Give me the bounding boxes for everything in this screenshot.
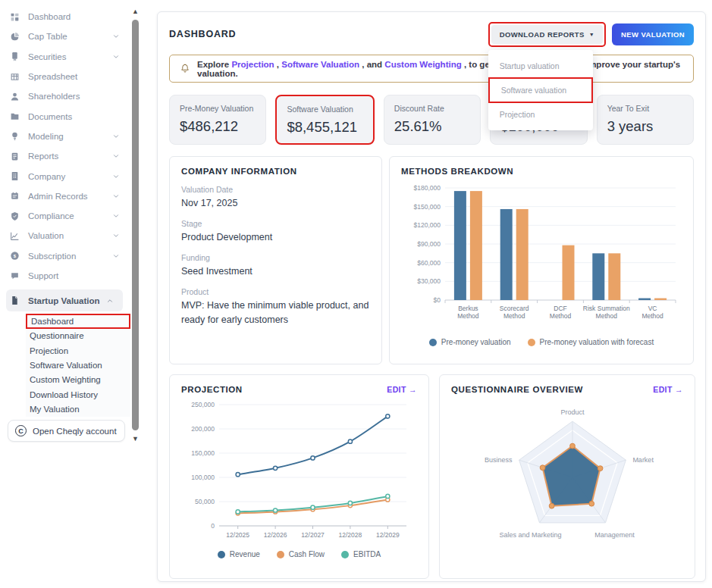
legend-dot-icon <box>218 551 225 558</box>
projection-title: PROJECTION <box>181 385 243 394</box>
app: DashboardCap TableSecuritiesSpreadsheetS… <box>0 0 712 588</box>
sidebar-item-label: Modeling <box>28 132 64 141</box>
page-title: DASHBOARD <box>169 29 236 39</box>
legend-entry-cash-flow: Cash Flow <box>277 550 325 558</box>
bell-icon <box>180 63 190 74</box>
field-label: Stage <box>181 219 370 228</box>
download-reports-button[interactable]: DOWNLOAD REPORTS ▼ <box>491 25 603 44</box>
certificate-icon <box>10 52 20 61</box>
sidebar-item-startup-valuation[interactable]: Startup Valuation <box>6 289 123 311</box>
sidebar-item-cap-table[interactable]: Cap Table <box>0 27 129 46</box>
field-label: Funding <box>181 253 370 262</box>
sidebar: DashboardCap TableSecuritiesSpreadsheetS… <box>0 0 129 417</box>
sidebar-item-label: Spreadsheet <box>28 72 77 81</box>
sidebar-item-label: Startup Valuation <box>28 296 100 305</box>
banner-link-custom-weighting[interactable]: Custom Weighting <box>384 60 461 69</box>
projection-chart: 050,000100,000150,000200,000250,00012/20… <box>181 397 417 547</box>
sidebar-item-label: Valuation <box>28 231 64 240</box>
svg-text:Method: Method <box>503 312 525 320</box>
methods-breakdown-panel: METHODS BREAKDOWN $0$30,000$60,000$90,00… <box>389 156 694 364</box>
projection-edit-link[interactable]: EDIT → <box>387 385 417 394</box>
legend-label: EBITDA <box>353 550 381 558</box>
download-menu-item-projection[interactable]: Projection <box>488 103 593 126</box>
stat-label: Pre-Money Valuation <box>180 104 256 113</box>
sidebar-item-label: Company <box>28 172 65 181</box>
sidebar-item-subscription[interactable]: $Subscription <box>0 246 129 266</box>
sidebar-item-compliance[interactable]: Compliance <box>0 206 129 226</box>
stat-card-software-valuation: Software Valuation$8,455,121 <box>275 95 374 145</box>
sidebar-item-admin-records[interactable]: Admin Records <box>0 186 129 206</box>
banner-link-software-valuation[interactable]: Software Valuation <box>281 60 359 69</box>
legend-label: Revenue <box>230 550 260 558</box>
sidebar-item-valuation[interactable]: Valuation <box>0 226 129 246</box>
svg-text:$30,000: $30,000 <box>417 277 441 285</box>
banner-text: Explore Projection , Software Valuation … <box>197 60 683 78</box>
submenu-item-custom-weighting[interactable]: Custom Weighting <box>26 373 130 387</box>
support-icon <box>10 271 20 281</box>
submenu-item-software-valuation[interactable]: Software Valuation <box>26 358 130 372</box>
person-icon <box>10 92 20 102</box>
page-header: DASHBOARD DOWNLOAD REPORTS ▼ Startup val… <box>169 23 694 45</box>
legend-entry-pre-money-valuation: Pre-money valuation <box>429 338 511 346</box>
projection-legend: RevenueCash FlowEBITDA <box>181 550 417 558</box>
sidebar-item-support[interactable]: Support <box>0 266 129 286</box>
chart-icon <box>10 231 20 241</box>
spreadsheet-icon <box>10 72 20 82</box>
sidebar-scrollbar[interactable]: ▲ ▼ <box>130 8 140 443</box>
projection-panel: PROJECTION EDIT → 050,000100,000150,0002… <box>169 374 429 579</box>
svg-text:Management: Management <box>594 531 635 539</box>
sidebar-item-documents[interactable]: Documents <box>0 106 129 126</box>
download-menu-item-startup-valuation[interactable]: Startup valuation <box>488 55 593 77</box>
download-menu-item-software-valuation[interactable]: Software valuation <box>488 77 593 103</box>
svg-text:100,000: 100,000 <box>191 474 215 481</box>
svg-text:12/2029: 12/2029 <box>376 531 400 539</box>
file-icon <box>10 296 20 305</box>
legend-label: Pre-money valuation <box>441 338 511 346</box>
sidebar-item-label: Support <box>28 271 58 280</box>
svg-text:12/2027: 12/2027 <box>301 531 325 539</box>
scrollbar-down-arrow-icon[interactable]: ▼ <box>130 435 140 443</box>
sidebar-item-modeling[interactable]: Modeling <box>0 127 129 146</box>
chevron-down-icon <box>112 173 120 180</box>
company-field-funding: FundingSeed Investment <box>181 253 370 278</box>
new-valuation-button[interactable]: NEW VALUATION <box>612 23 694 45</box>
sidebar-item-spreadsheet[interactable]: Spreadsheet <box>0 67 129 86</box>
stat-value: $8,455,121 <box>287 119 362 136</box>
banner-link-projection[interactable]: Projection <box>231 60 274 69</box>
chevron-down-icon <box>112 152 120 160</box>
scrollbar-up-arrow-icon[interactable]: ▲ <box>130 8 140 15</box>
edit-label: EDIT <box>653 385 673 394</box>
field-value: Nov 17, 2025 <box>181 196 370 210</box>
shield-icon <box>10 211 20 221</box>
svg-text:Method: Method <box>596 312 618 320</box>
submenu-item-questionnaire[interactable]: Questionnaire <box>26 329 130 343</box>
sidebar-item-company[interactable]: Company <box>0 166 129 186</box>
open-cheqly-account-button[interactable]: C Open Cheqly account <box>8 420 125 442</box>
submenu-item-my-valuation[interactable]: My Valuation <box>26 402 130 417</box>
sidebar-nav: DashboardCap TableSecuritiesSpreadsheetS… <box>0 7 129 286</box>
download-reports-annotation-box: DOWNLOAD REPORTS ▼ Startup valuationSoft… <box>488 22 606 47</box>
questionnaire-edit-link[interactable]: EDIT → <box>653 385 683 394</box>
sidebar-item-label: Admin Records <box>28 192 88 201</box>
legend-label: Cash Flow <box>289 550 325 558</box>
folder-icon <box>10 111 20 121</box>
company-information-title: COMPANY INFORMATION <box>181 167 370 176</box>
arrow-right-icon: → <box>409 385 417 394</box>
download-reports-label: DOWNLOAD REPORTS <box>500 30 585 39</box>
submenu-item-download-history[interactable]: Download History <box>26 387 130 402</box>
svg-text:$150,000: $150,000 <box>414 203 441 211</box>
scrollbar-thumb[interactable] <box>132 20 139 430</box>
submenu-item-dashboard[interactable]: Dashboard <box>26 314 130 328</box>
svg-text:Risk Summation: Risk Summation <box>583 305 630 312</box>
cheqly-logo-icon: C <box>15 425 27 436</box>
sidebar-item-shareholders[interactable]: Shareholders <box>0 86 129 106</box>
sidebar-item-securities[interactable]: Securities <box>0 47 129 67</box>
stat-value: $486,212 <box>180 118 256 135</box>
submenu-item-projection[interactable]: Projection <box>26 343 130 358</box>
sidebar-item-reports[interactable]: Reports <box>0 146 129 166</box>
field-value: Seed Investment <box>181 264 370 278</box>
legend-dot-icon <box>277 551 284 558</box>
svg-text:150,000: 150,000 <box>191 449 215 457</box>
sidebar-submenu: DashboardQuestionnaireProjectionSoftware… <box>26 314 130 417</box>
sidebar-item-dashboard[interactable]: Dashboard <box>0 7 129 27</box>
